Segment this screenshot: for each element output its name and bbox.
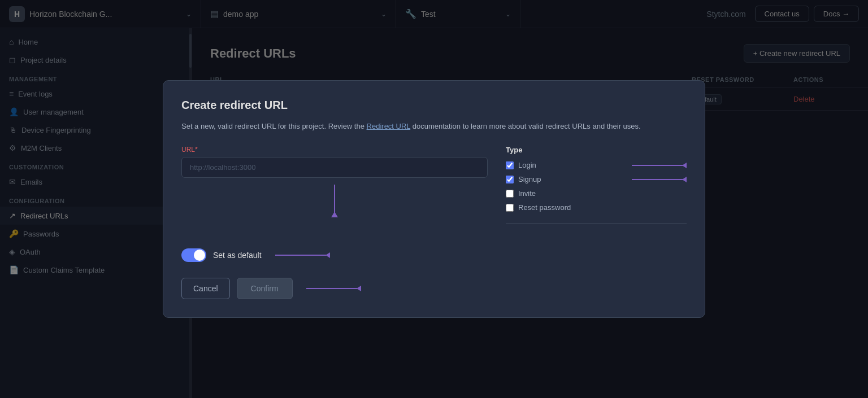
modal-overlay: Create redirect URL Set a new, valid red…: [0, 0, 868, 398]
toggle-knob: [194, 250, 205, 261]
modal-desc-suffix2: documentation to learn more about valid …: [413, 122, 641, 130]
cancel-button[interactable]: Cancel: [181, 278, 230, 299]
signup-arrow: [545, 177, 687, 182]
toggle-row: Set as default: [181, 248, 687, 262]
checkbox-invite-label: Invite: [518, 189, 536, 198]
login-arrow-head: [682, 163, 687, 168]
login-arrow: [541, 163, 687, 168]
checkbox-login-label: Login: [518, 161, 536, 169]
confirm-arrow-line: [306, 288, 357, 289]
type-label: Type: [506, 146, 687, 154]
checkbox-row-reset-password: Reset password: [506, 203, 687, 212]
checkbox-signup-label: Signup: [518, 175, 541, 183]
checkbox-reset-password[interactable]: [506, 204, 514, 212]
confirm-button[interactable]: Confirm: [237, 278, 293, 299]
signup-arrow-line: [632, 179, 683, 180]
modal-description: Set a new, valid redirect URL for this p…: [181, 121, 687, 133]
url-arrow-head: [331, 212, 338, 217]
modal-actions: Cancel Confirm: [181, 278, 687, 299]
redirect-url-doc-link[interactable]: Redirect URL: [367, 122, 411, 130]
type-divider: [506, 223, 687, 224]
signup-arrow-head: [682, 177, 687, 182]
toggle-arrow: [275, 252, 330, 258]
checkbox-row-login: Login: [506, 161, 687, 169]
url-arrow-line: [334, 185, 335, 213]
confirm-arrow: [306, 286, 361, 291]
toggle-label: Set as default: [213, 251, 262, 260]
checkbox-login[interactable]: [506, 161, 514, 169]
modal-desc-text: Set a new, valid redirect URL for this p…: [181, 122, 364, 130]
toggle-arrow-head: [326, 252, 330, 258]
login-arrow-line: [632, 165, 683, 166]
set-as-default-toggle[interactable]: [181, 248, 206, 262]
modal-right-section: Type Login Signup: [506, 146, 687, 235]
modal-left-section: URL*: [181, 146, 488, 235]
checkbox-invite[interactable]: [506, 190, 514, 198]
modal-title: Create redirect URL: [181, 99, 687, 112]
checkbox-row-signup: Signup: [506, 175, 687, 183]
checkbox-signup[interactable]: [506, 176, 514, 183]
toggle-arrow-line: [275, 255, 326, 256]
modal-body: URL* Type Login: [181, 146, 687, 235]
confirm-arrow-head: [357, 286, 361, 291]
checkbox-reset-password-label: Reset password: [518, 203, 571, 212]
url-field-label: URL*: [181, 146, 488, 154]
checkbox-row-invite: Invite: [506, 189, 687, 198]
url-arrow-annotation: [181, 185, 488, 217]
url-input[interactable]: [181, 157, 488, 178]
create-redirect-url-modal: Create redirect URL Set a new, valid red…: [163, 80, 705, 318]
